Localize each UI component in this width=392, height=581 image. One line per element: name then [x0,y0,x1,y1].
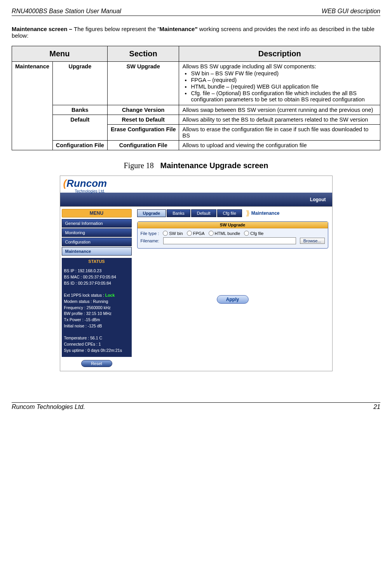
status-bs-id: BS ID : 00:25:37:F0:05:84 [64,280,129,287]
sidebar: MENU General Information Monitoring Conf… [60,207,133,371]
sub-default: Default [52,115,107,141]
sec-sw-upgrade: SW Upgrade [107,62,179,105]
bullet-1: SW bin – BS SW FW file (required) [191,70,377,77]
status-bs-mac: BS MAC : 00:25:37:F0:05:84 [64,274,129,280]
tab-upgrade[interactable]: Upgrade [137,209,166,217]
intro-bold-1: Maintenance screen – [12,26,74,32]
sec-change-version: Change Version [107,105,179,115]
desc-reset-default: Allows ability to set the BS to default … [179,115,380,125]
logo-subtitle: Technologies Ltd. [75,189,105,193]
tab-section-label: Maintenance [251,210,280,216]
intro-paragraph: Maintenance screen – The figures below r… [12,26,380,39]
footer-left: Runcom Technologies Ltd. [12,404,85,411]
logo: (Runcom [63,177,107,190]
radio-cfg-file[interactable]: Cfg file [244,231,263,236]
apply-button[interactable]: Apply [217,295,249,304]
status-lock-label: Ext 1PPS lock status : [64,293,105,297]
desc-change-version: Allows swap between BS SW version (curre… [179,105,380,115]
status-modem: Modem status : Running [64,299,129,305]
th-description: Description [179,46,380,62]
status-freq: Frequency : 2560000 kHz [64,305,129,311]
logo-swoosh-icon: ( [63,177,67,189]
desc-lead: Allows BS SW upgrade including all SW co… [182,63,316,70]
browse-button[interactable]: Browse... [300,238,325,244]
status-lock: Ext 1PPS lock status : Lock [64,292,129,299]
desc-sw-upgrade: Allows BS SW upgrade including all SW co… [179,62,380,105]
bullet-2: FPGA – (required) [191,77,377,83]
tab-banks[interactable]: Banks [167,209,190,217]
app-screenshot: (Runcom Technologies Ltd. Logout MENU Ge… [60,176,333,371]
sidebar-item-configuration[interactable]: Configuration [62,238,132,246]
radio-sw-bin[interactable]: SW bin [163,231,183,236]
intro-text-1: The figures below represent the " [74,26,159,32]
app-header: (Runcom Technologies Ltd. Logout [60,176,332,207]
radio-label-html: HTML bundle [215,231,240,236]
tabs-row: Upgrade Banks Default Cfg file ⟫ Mainten… [137,209,328,217]
status-uptime: Sys uptime : 0 days 0h:22m:21s [64,348,129,354]
radio-label-swbin: SW bin [169,231,183,236]
status-tx: Tx Power : -15 dBm [64,317,129,323]
filename-label: Filename: [141,238,159,243]
desc-erase-cfg: Allows to erase the configuration file i… [179,125,380,141]
footer-right: 21 [373,404,380,411]
status-cpes: Connected CPEs : 1 [64,341,129,348]
logo-rest: uncom [74,177,107,189]
filename-input[interactable] [163,237,296,244]
bullet-4: Cfg. file – (Optional) BS configuration … [191,90,377,103]
main-area: Upgrade Banks Default Cfg file ⟫ Mainten… [133,207,332,371]
tab-arrow-icon: ⟫ [246,209,250,217]
sidebar-menu-title: MENU [62,209,132,217]
logout-link[interactable]: Logout [310,197,326,202]
sidebar-item-monitoring[interactable]: Monitoring [62,228,132,237]
sidebar-item-general[interactable]: General Information [62,219,132,228]
menu-label-cell: Maintenance [12,62,53,150]
status-bw: BW profile : 32:15 10 MHz [64,311,129,317]
desc-cfg-file: Allows to upload and viewing the configu… [179,141,380,150]
radio-icon [209,231,214,236]
doc-title-left: RNU4000BS Base Station User Manual [12,8,121,15]
radio-label-cfg: Cfg file [250,231,263,236]
radio-icon [163,231,168,236]
status-temp: Temperature : 56.1 C [64,335,129,341]
radio-html-bundle[interactable]: HTML bundle [209,231,240,236]
status-bs-ip: BS IP : 192.168.0.23 [64,268,129,274]
maintenance-table: Menu Section Description Maintenance Upg… [12,46,380,150]
doc-title-right: WEB GUI description [322,8,380,15]
logo-prefix: R [66,177,74,189]
bullet-3: HTML bundle – (required) WEB GUI applica… [191,83,377,90]
reset-button[interactable]: Reset [81,360,112,367]
status-noise: Initial noise : -125 dB [64,323,129,329]
th-menu: Menu [12,46,108,62]
tab-default[interactable]: Default [191,209,216,217]
intro-bold-2: Maintenance" [160,26,198,32]
sub-cfg-file: Configuration File [52,141,107,150]
radio-label-fpga: FPGA [193,231,205,236]
sec-erase-cfg: Erase Configuration File [107,125,179,141]
sw-upgrade-panel: SW Upgrade File type : SW bin FPGA HTML … [137,221,328,249]
status-box: BS IP : 192.168.0.23 BS MAC : 00:25:37:F… [62,265,132,357]
sub-upgrade: Upgrade [52,62,107,105]
th-section: Section [107,46,179,62]
status-lock-value: Lock [105,293,115,297]
tab-cfg-file[interactable]: Cfg file [217,209,242,217]
sec-cfg-file: Configuration File [107,141,179,150]
radio-icon [244,231,249,236]
figure-number: Figure 18 [124,161,154,170]
sidebar-item-maintenance[interactable]: Maintenance [62,247,132,256]
sec-reset-default: Reset to Default [107,115,179,125]
panel-title: SW Upgrade [138,222,328,228]
figure-title: Maintenance Upgrade screen [160,161,268,170]
sub-banks: Banks [52,105,107,115]
radio-icon [187,231,192,236]
radio-fpga[interactable]: FPGA [187,231,205,236]
status-title: STATUS [62,258,132,265]
filetype-label: File type : [141,231,159,236]
